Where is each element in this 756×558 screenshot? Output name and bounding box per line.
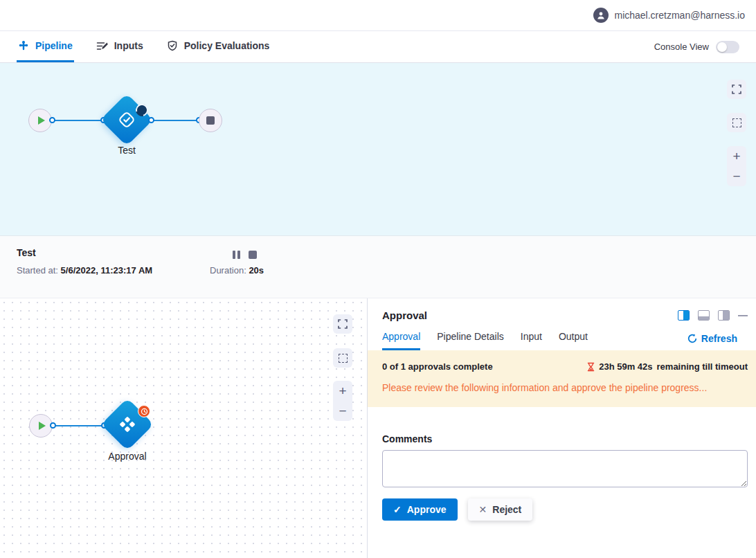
panel-title: Approval (382, 309, 427, 321)
edge-port (148, 117, 154, 123)
approvals-progress: 0 of 1 approvals complete (382, 361, 493, 372)
stage-node-test[interactable] (100, 93, 153, 146)
fit-to-screen-button[interactable] (333, 314, 352, 334)
comments-label: Comments (382, 433, 748, 444)
panel-tab-approval[interactable]: Approval (382, 331, 420, 350)
panel-layout-controls (678, 310, 748, 321)
minimize-panel-icon[interactable] (738, 315, 748, 316)
steps-start-node[interactable] (29, 414, 53, 438)
marquee-select-button[interactable] (333, 348, 352, 368)
split-view-icon[interactable] (678, 310, 690, 321)
timeout-suffix: remaining till timeout (657, 361, 748, 372)
view-tabbar: Pipeline Inputs Policy Evaluations Conso… (0, 31, 756, 63)
panel-tab-output[interactable]: Output (559, 331, 588, 350)
duration-value: 20s (249, 265, 264, 276)
toggle-knob (717, 42, 727, 52)
stage-steps-canvas[interactable]: Approval + − (0, 298, 368, 558)
panel-tab-input[interactable]: Input (521, 331, 542, 350)
edge-start-to-test (52, 120, 104, 121)
hourglass-icon (587, 362, 595, 372)
x-icon: ✕ (479, 504, 487, 515)
tab-pipeline-label: Pipeline (35, 40, 73, 51)
console-view-toggle[interactable] (716, 41, 739, 53)
zoom-controls: + − (333, 381, 352, 421)
expand-icon (338, 319, 348, 329)
marquee-icon (732, 118, 741, 127)
expand-icon (732, 84, 741, 94)
reject-button[interactable]: ✕ Reject (468, 498, 533, 521)
inputs-icon (96, 41, 108, 51)
edge-port (49, 117, 55, 123)
panel-header: Approval (368, 298, 756, 321)
check-icon: ✓ (393, 504, 402, 515)
pipeline-icon (18, 40, 29, 51)
tab-inputs-label: Inputs (114, 40, 143, 51)
zoom-controls: + − (727, 146, 746, 186)
top-header: michael.cretzman@harness.io (0, 0, 756, 31)
approval-message: Please review the following information … (382, 382, 748, 393)
banner-status-row: 0 of 1 approvals complete 23h 59m 42s re… (382, 361, 748, 372)
approval-banner: 0 of 1 approvals complete 23h 59m 42s re… (368, 350, 756, 407)
refresh-button[interactable]: Refresh (687, 333, 737, 350)
started-at: Started at: 5/6/2022, 11:23:17 AM (17, 265, 152, 276)
abort-button[interactable] (249, 251, 257, 259)
approval-actions: ✓ Approve ✕ Reject (382, 498, 748, 521)
tab-policy-evaluations-label: Policy Evaluations (184, 40, 270, 51)
marquee-icon (339, 354, 348, 363)
tab-pipeline[interactable]: Pipeline (17, 31, 74, 62)
user-avatar-icon[interactable] (593, 8, 609, 23)
approve-button-label: Approve (407, 504, 447, 515)
shield-check-icon (167, 40, 178, 51)
play-icon (39, 422, 46, 430)
bottom-view-icon[interactable] (698, 310, 710, 321)
edge-port (50, 422, 56, 429)
pipeline-graph-canvas[interactable]: Test + − (0, 63, 756, 236)
timeout-value: 23h 59m 42s (599, 361, 652, 372)
zoom-in-button[interactable]: + (339, 384, 346, 397)
started-at-value: 5/6/2022, 11:23:17 AM (61, 265, 153, 276)
started-at-label: Started at: (17, 265, 58, 276)
pause-button[interactable] (233, 251, 240, 259)
console-view-control: Console View (654, 31, 739, 62)
stage-node-label: Test (85, 145, 168, 156)
step-details-panel: Approval Approval Pipeline Details Input… (368, 298, 756, 558)
execution-stage-title: Test (17, 247, 36, 258)
fit-to-screen-button[interactable] (727, 80, 746, 99)
zoom-in-button[interactable]: + (732, 150, 740, 163)
refresh-icon (687, 334, 697, 343)
panel-tabbar: Approval Pipeline Details Input Output R… (368, 321, 756, 350)
duration-label: Duration: (210, 265, 246, 276)
pipeline-start-node[interactable] (28, 109, 52, 132)
execution-status-bar: Test Started at: 5/6/2022, 11:23:17 AM D… (0, 236, 756, 298)
timeout-remaining: 23h 59m 42s remaining till timeout (587, 361, 748, 372)
pipeline-execution-page: michael.cretzman@harness.io Pipeline Inp… (0, 0, 756, 558)
tab-policy-evaluations[interactable]: Policy Evaluations (165, 31, 271, 62)
tab-inputs[interactable]: Inputs (95, 31, 145, 62)
refresh-label: Refresh (701, 333, 737, 344)
waiting-timer-badge (138, 405, 150, 417)
comments-section: Comments ✓ Approve ✕ Reject (368, 407, 756, 521)
play-icon (38, 116, 45, 125)
right-view-icon[interactable] (718, 310, 730, 321)
reject-button-label: Reject (492, 504, 521, 515)
pipeline-end-node[interactable] (199, 109, 222, 132)
comments-input[interactable] (382, 450, 748, 487)
marquee-select-button[interactable] (727, 113, 746, 132)
stop-icon (206, 116, 215, 125)
zoom-out-button[interactable]: − (339, 404, 346, 417)
approve-button[interactable]: ✓ Approve (382, 498, 458, 521)
edge-start-to-approval (53, 425, 104, 426)
panel-tab-pipeline-details[interactable]: Pipeline Details (437, 331, 504, 350)
console-view-label: Console View (654, 42, 709, 52)
duration: Duration: 20s (210, 265, 264, 276)
edge-test-to-end (151, 120, 199, 121)
execution-controls (233, 251, 257, 259)
step-node-label: Approval (86, 451, 169, 462)
user-email: michael.cretzman@harness.io (614, 10, 745, 21)
zoom-out-button[interactable]: − (732, 170, 740, 183)
